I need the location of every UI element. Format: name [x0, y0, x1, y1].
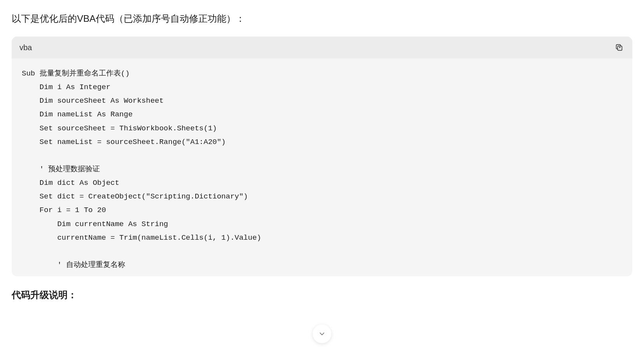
- copy-icon: [615, 43, 623, 52]
- section-title: 代码升级说明：: [12, 289, 632, 301]
- code-content[interactable]: Sub 批量复制并重命名工作表() Dim i As Integer Dim s…: [12, 58, 632, 276]
- intro-text: 以下是优化后的VBA代码（已添加序号自动修正功能）：: [12, 12, 632, 26]
- code-block: vba Sub 批量复制并重命名工作表() Dim i As Integer D…: [12, 37, 632, 276]
- code-language-label: vba: [19, 43, 32, 52]
- code-header: vba: [12, 37, 632, 58]
- copy-code-button[interactable]: [614, 42, 625, 53]
